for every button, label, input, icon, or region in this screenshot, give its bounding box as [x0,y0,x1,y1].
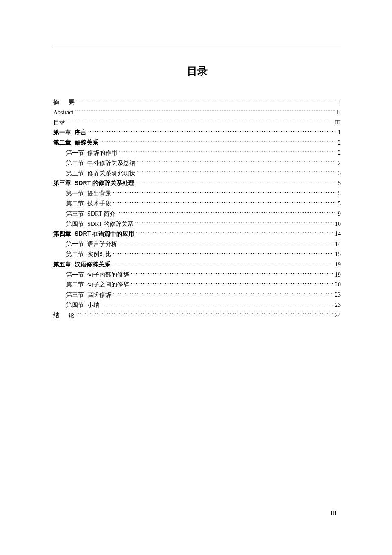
toc-entry: 第一节句子内部的修辞19 [53,270,341,280]
toc-entry-text: 句子内部的修辞 [87,270,129,280]
toc-leader-dots [136,179,336,185]
toc-leader-dots [88,128,336,134]
toc-leader-dots [113,199,336,205]
toc-entry: 目录III [53,118,341,128]
toc-entry-label: 第一节 [66,270,84,280]
toc-entry-text: 论 [69,310,75,321]
toc-leader-dots [136,230,333,236]
toc-entry-page: 20 [335,280,341,290]
toc-entry-text: 高阶修辞 [87,290,111,300]
toc-entry-page: 23 [335,290,341,300]
toc-entry-page: III [335,118,341,128]
toc-entry-page: 14 [335,229,341,239]
toc-entry-page: 3 [338,168,341,179]
toc-leader-dots [137,159,336,165]
toc-entry-label: 第一节 [66,239,84,249]
toc-entry-label: Abstract [53,107,73,118]
toc-entry-text: 修辞的作用 [87,148,117,158]
toc-entry-text: 提出背景 [87,188,111,199]
toc-entry: 第四章SDRT 在语篇中的应用14 [53,229,341,239]
toc-leader-dots [131,280,333,286]
toc-entry-page: 1 [338,127,341,138]
toc-entry-text: SDRT 的修辞关系处理 [75,178,134,188]
toc-leader-dots [119,240,333,246]
toc-leader-dots [76,98,337,104]
top-divider [53,47,341,47]
toc-entry-page: 5 [338,178,341,188]
toc-title: 目录 [53,64,341,78]
toc-entry: 第四节小结23 [53,300,341,310]
toc-entry: 第五章汉语修辞关系19 [53,260,341,270]
toc-entry-text: 技术手段 [87,199,111,209]
toc-entry: 摘要I [53,97,341,107]
toc-entry-label: 第三节 [66,290,84,300]
toc-entry-text: 小结 [87,300,99,310]
toc-entry-page: 23 [335,300,341,310]
toc-entry: 第二节句子之间的修辞20 [53,280,341,290]
toc-leader-dots [119,149,336,155]
toc-entry-page: 5 [338,199,341,209]
toc-entry: 第三节高阶修辞23 [53,290,341,300]
toc-leader-dots [113,291,333,297]
toc-entry: 第一节提出背景5 [53,188,341,199]
toc-entry-label: 第三章 [53,178,71,188]
toc-entry-text: 汉语修辞关系 [75,260,110,270]
toc-entry-page: 19 [335,260,341,270]
toc-entry: 结论24 [53,310,341,321]
toc-entry-text: 修辞关系 [75,138,98,148]
toc-entry-text: 句子之间的修辞 [87,280,129,290]
toc-entry: 第三节修辞关系研究现状3 [53,168,341,179]
toc-entry-page: 14 [335,239,341,249]
toc-entry-label: 第一章 [53,127,71,138]
toc-entry: 第三章SDRT 的修辞关系处理5 [53,178,341,188]
toc-leader-dots [112,260,333,266]
toc-leader-dots [117,210,336,216]
toc-entry-label: 第二章 [53,138,71,148]
toc-entry-text: SDRT 在语篇中的应用 [75,229,134,239]
toc-entry-page: 2 [338,158,341,168]
toc-entry-text: 要 [69,97,75,107]
toc-entry: AbstractII [53,107,341,118]
toc-list: 摘要IAbstractII目录III第一章序言1第二章修辞关系2第一节修辞的作用… [53,97,341,321]
toc-entry-label: 第二节 [66,249,84,260]
document-page: 目录 摘要IAbstractII目录III第一章序言1第二章修辞关系2第一节修辞… [0,0,392,346]
toc-entry: 第一节语言学分析14 [53,239,341,249]
toc-entry-text: 语言学分析 [87,239,117,249]
toc-leader-dots [131,271,333,277]
toc-entry: 第四节SDRT 的修辞关系10 [53,219,341,229]
toc-leader-dots [135,220,333,226]
toc-entry-label: 第四节 [66,300,84,310]
toc-entry-page: I [339,97,341,107]
toc-entry: 第二节实例对比15 [53,249,341,260]
toc-leader-dots [75,108,335,114]
page-number: III [331,510,337,517]
toc-entry-label: 第二节 [66,199,84,209]
toc-entry-label: 第二节 [66,158,84,168]
toc-entry-label: 第一节 [66,188,84,199]
toc-entry: 第三节SDRT 简介9 [53,209,341,219]
toc-entry-page: II [337,107,341,118]
toc-entry-text: 实例对比 [87,249,111,260]
toc-entry-text: 中外修辞关系总结 [87,158,135,168]
toc-leader-dots [137,169,336,175]
toc-entry-page: 5 [338,188,341,199]
toc-entry-label: 第一节 [66,148,84,158]
toc-entry-page: 19 [335,270,341,280]
toc-entry-page: 24 [335,310,341,321]
toc-entry-text: 序言 [75,127,86,138]
toc-entry-text: SDRT 的修辞关系 [87,219,133,229]
toc-entry-page: 10 [335,219,341,229]
toc-entry-label: 第三节 [66,168,84,179]
toc-entry: 第一章序言1 [53,127,341,138]
toc-entry: 第二节技术手段5 [53,199,341,209]
toc-leader-dots [113,189,336,195]
toc-entry-label: 第五章 [53,260,71,270]
toc-entry-label: 结 [53,310,65,321]
toc-entry-page: 9 [338,209,341,219]
toc-entry-label: 摘 [53,97,65,107]
toc-entry: 第一节修辞的作用2 [53,148,341,158]
toc-entry-label: 第二节 [66,280,84,290]
toc-leader-dots [100,139,336,145]
toc-entry-text: 修辞关系研究现状 [87,168,135,179]
toc-leader-dots [67,119,333,124]
